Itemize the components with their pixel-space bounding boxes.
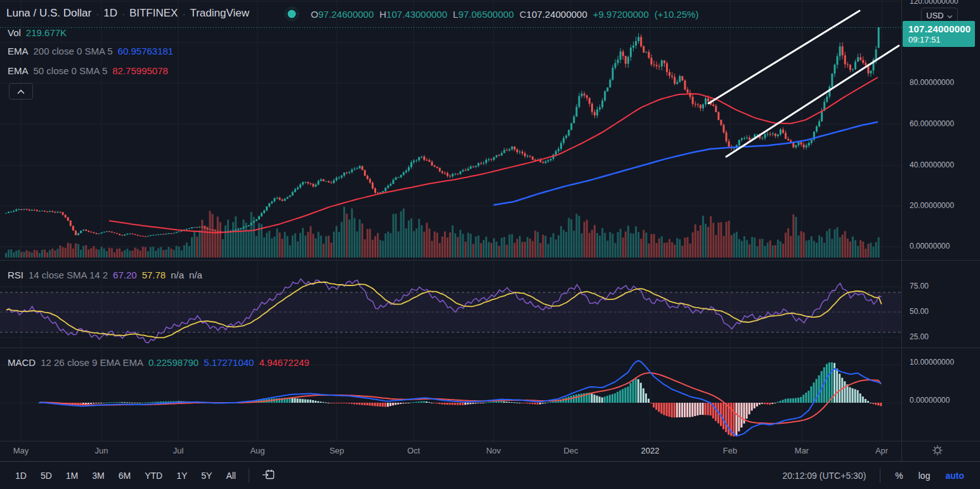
macd-signal-value: 4.94672249 [259, 357, 309, 368]
range-button-1m[interactable]: 1M [60, 467, 84, 484]
exchange-label[interactable]: BITFINEX [129, 7, 178, 20]
price-axis-tick: 0.00000000 [910, 396, 950, 405]
ema50-legend[interactable]: EMA 50 close 0 SMA 5 82.75995078 [8, 65, 168, 76]
pane-divider[interactable] [0, 260, 980, 261]
time-axis-label[interactable]: Jun [95, 446, 108, 455]
range-button-1y[interactable]: 1Y [170, 467, 193, 484]
price-axis-tick: 0.00000000 [910, 242, 950, 251]
open-value: 97.24600000 [318, 9, 374, 20]
range-button-3m[interactable]: 3M [86, 467, 110, 484]
price-axis-tick: 40.00000000 [910, 160, 954, 169]
last-price-badge: 107.24000000 09:17:51 [903, 21, 975, 47]
last-price: 107.24000000 [908, 23, 975, 34]
volume-value: 219.677K [26, 27, 67, 38]
price-axis-tick: 25.00 [910, 332, 929, 341]
range-button-5d[interactable]: 5D [34, 467, 58, 484]
go-to-date-button[interactable] [256, 465, 282, 486]
countdown-timer: 09:17:51 [908, 35, 975, 44]
chevron-up-icon [17, 86, 25, 97]
price-axis-tick: 20.00000000 [910, 201, 954, 210]
tradingview-app: Luna / U.S. Dollar · 1D · BITFINEX · Tra… [0, 0, 980, 489]
time-axis-label[interactable]: Oct [407, 446, 420, 455]
time-axis-label[interactable]: Nov [486, 446, 500, 455]
price-axis-separator[interactable] [901, 0, 902, 461]
price-axis-tick: 10.00000000 [910, 358, 954, 367]
pane-divider[interactable] [0, 348, 980, 348]
symbol-name[interactable]: Luna / U.S. Dollar [6, 7, 91, 20]
time-axis-label[interactable]: Aug [250, 446, 265, 455]
symbol-header[interactable]: Luna / U.S. Dollar · 1D · BITFINEX · Tra… [6, 7, 249, 20]
chevron-down-icon [947, 11, 953, 20]
timeframe-label[interactable]: 1D [103, 7, 117, 20]
pane-divider [0, 441, 980, 441]
ohlc-readout: O97.24600000 H107.43000000 L97.06500000 … [311, 9, 698, 20]
change-value: +9.97200000 [593, 9, 649, 20]
auto-scale-button[interactable]: auto [938, 467, 971, 484]
time-axis-settings-gear-icon[interactable] [931, 444, 944, 459]
range-button-all[interactable]: All [219, 467, 242, 484]
time-axis-label[interactable]: Jul [173, 446, 184, 455]
time-axis-label[interactable]: Feb [723, 446, 737, 455]
collapse-legend-button[interactable] [9, 83, 33, 100]
ema200-value: 60.95763181 [118, 46, 174, 56]
high-value: 107.43000000 [386, 9, 447, 20]
toolbar-divider [880, 469, 880, 483]
clock-display[interactable]: 20:12:09 (UTC+5:30) [782, 471, 872, 481]
rsi-sma-value: 57.78 [142, 270, 166, 280]
time-axis-label[interactable]: Dec [563, 446, 578, 455]
log-scale-button[interactable]: log [911, 467, 938, 484]
time-axis-label[interactable]: 2022 [641, 446, 660, 455]
volume-legend[interactable]: Vol 219.677K [8, 27, 67, 38]
tradingview-logo-icon [284, 6, 300, 25]
ema50-value: 82.75995078 [112, 65, 168, 76]
price-axis-tick: 50.00 [910, 307, 929, 316]
price-axis-tick: 80.00000000 [910, 78, 954, 87]
macd-legend[interactable]: MACD 12 26 close 9 EMA EMA 0.22598790 5.… [8, 357, 310, 368]
time-axis-label[interactable]: Mar [795, 446, 809, 455]
price-axis-tick: 120.00000000 [910, 0, 958, 6]
bottom-toolbar: 1D5D1M3M6MYTD1Y5YAll 20:12:09 (UTC+5:30)… [0, 461, 980, 489]
time-axis-label[interactable]: Sep [329, 446, 344, 455]
change-percent: (+10.25%) [655, 9, 699, 20]
percent-scale-button[interactable]: % [888, 467, 910, 484]
price-axis-tick: 75.00 [910, 282, 929, 290]
range-button-5y[interactable]: 5Y [195, 467, 218, 484]
time-axis-label[interactable]: Apr [875, 446, 888, 455]
ema200-legend[interactable]: EMA 200 close 0 SMA 5 60.95763181 [8, 46, 173, 56]
macd-line-value: 5.17271040 [204, 357, 254, 368]
time-axis-label[interactable]: May [13, 446, 29, 455]
price-axis-tick: 60.00000000 [910, 119, 954, 128]
brand-label: TradingView [190, 7, 249, 20]
range-button-ytd[interactable]: YTD [138, 467, 169, 484]
rsi-value: 67.20 [113, 270, 137, 280]
range-button-1d[interactable]: 1D [9, 467, 33, 484]
range-button-6m[interactable]: 6M [112, 467, 137, 484]
low-value: 97.06500000 [458, 9, 514, 20]
close-value: 107.24000000 [526, 9, 587, 20]
macd-hist-value: 0.22598790 [148, 357, 199, 368]
toolbar-divider [249, 469, 249, 483]
rsi-legend[interactable]: RSI 14 close SMA 14 2 67.20 57.78 n/a n/… [8, 270, 202, 280]
